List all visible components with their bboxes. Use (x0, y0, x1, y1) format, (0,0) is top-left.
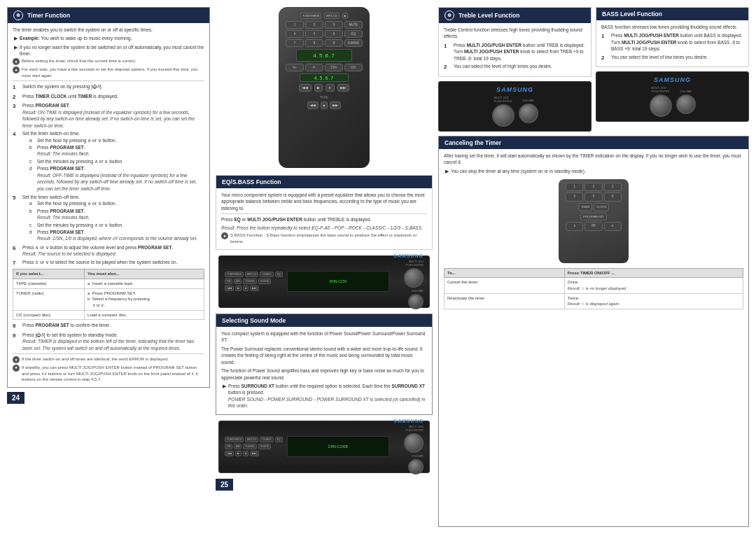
divider2 (13, 353, 204, 354)
timer-note1: ● Before setting the timer, check that t… (13, 58, 204, 65)
remote-btn-7: 7 (286, 39, 304, 47)
cancel-h2: Press TIMER ON/OFF ... (564, 268, 743, 278)
s-btn-tun: TUNING (243, 279, 256, 284)
sound-mode-note: ▶ Press SURROUND XT button until the req… (221, 383, 427, 409)
remote-btn-next: ▶▶| (337, 84, 349, 92)
eq-note: ● S.BASS Function : S.Bass function emph… (221, 232, 427, 244)
s-btn-mp3cd2: MP3-CD (245, 437, 258, 442)
remote-btn-prev: |◀◀ (299, 84, 311, 92)
samsung-logo2: SAMSUNG (393, 419, 424, 423)
s-btn-snd2: SOUND (258, 444, 272, 449)
bass-half: BASS Level Function BASS function stress… (596, 7, 749, 132)
bass-section: BASS Level Function BASS function stress… (596, 7, 749, 67)
eq-bass-header: EQ/S.BASS Function (216, 176, 432, 188)
cancel-row-1: Cancel the timer Once.Result: ○ is no lo… (444, 278, 743, 293)
canceling-table: To... Press TIMER ON/OFF ... Cancel the … (444, 268, 743, 309)
srem-btn-4: 4 (566, 192, 583, 202)
multijog-knob-treble (492, 104, 514, 127)
treble-intro: Treble Control function stresses high to… (444, 27, 586, 40)
remote-btn-mp3: MP3-CD (324, 13, 339, 19)
remote-btn-eq: EQ (344, 30, 363, 38)
timer-example: ▶ Example: You wish to wake up to music … (13, 35, 204, 42)
samsung-volume: VOLUME (412, 289, 424, 293)
canceling-section: Canceling the Timer After having set the… (438, 136, 749, 527)
remote-btn-mute: MUTE (344, 21, 363, 29)
s-btn-prev2: |◀◀ (225, 286, 234, 291)
page-num-right: 25 (216, 479, 233, 491)
volume-knob-treble (519, 104, 538, 123)
bass-step2-text: You can select the level of low tones yo… (611, 54, 743, 62)
remote-btn-1: 1 (286, 21, 304, 29)
eq-bass-section: EQ/S.BASS Function Your micro component … (216, 175, 433, 250)
remote-btn-s-bass: S.BASS (344, 39, 363, 47)
main-page: ⊕ Timer Function The timer enables you t… (0, 0, 756, 534)
srem-btn-2: 2 (584, 183, 602, 192)
canceling-title: Canceling the Timer (444, 139, 501, 146)
eq-bass-content: Your micro component system is equipped … (216, 188, 432, 249)
step-4: 4 Set the timer switch-on time. aSet the… (13, 130, 204, 192)
s-btn-am2: AM (234, 444, 241, 449)
timer-note3-text: If the timer switch-on and off times are… (22, 356, 169, 363)
samsung-logo: SAMSUNG (393, 253, 424, 258)
samsung-unit-bass: SAMSUNG MULTI JOGPUSH ENTER VOLUME (596, 71, 749, 122)
s-btn-prev3: |◀◀ (225, 451, 234, 456)
timer-table: If you select... You must also... TAPE (… (13, 269, 204, 320)
remote-btn-tuner: TUNER/MEM (300, 13, 321, 19)
timer-intro: The timer enables you to switch the syst… (13, 27, 204, 33)
s-btn-tun2: TUNING (243, 444, 256, 449)
samsung-unit-treble: SAMSUNG MULTI JOGPUSH ENTER VOLUME (438, 81, 592, 132)
sound-mode-section: Selecting Sound Mode Your compact system… (216, 314, 433, 415)
timer-icon: ⊕ (13, 10, 23, 20)
s-btn-next3: ▶▶| (250, 451, 259, 456)
treble-section: ⊕ Treble Level Function Treble Control f… (438, 7, 592, 77)
bass-intro: BASS function stresses low tones providi… (601, 24, 743, 30)
timer-arrow1-text: If you no longer want the system to be s… (20, 44, 204, 57)
s-btn-stop2: ■ (243, 286, 248, 291)
srem-btn-up: ∧ (566, 222, 583, 231)
sound-mode-title: Selecting Sound Mode (222, 317, 286, 324)
remote-btn-ch-dn: CH- (344, 64, 363, 71)
remote-btn-4: 4 (286, 30, 304, 38)
example-text: You wish to wake up to music every morni… (41, 36, 132, 41)
treble-header: ⊕ Treble Level Function (439, 8, 591, 23)
eq-bass-title: EQ/S.BASS Function (222, 178, 281, 185)
mid-column: TUNER/MEM MP3-CD ■ 1 2 3 MUTE 4 5 6 EQ 7… (216, 7, 433, 527)
remote-btn-rew: ◀◀ (307, 101, 318, 109)
timer-arrow1: ▶ If you no longer want the system to be… (13, 44, 204, 57)
treble-step-1: 1 Press MULTI JOG/PUSH ENTER button unti… (444, 42, 586, 62)
bass-content: BASS function stresses low tones providi… (596, 20, 748, 66)
remote-btn-8: 8 (305, 39, 323, 47)
s-btn-tuner2: TUNER/MCD (225, 437, 244, 442)
s-btn-eq3: EQ (275, 437, 283, 442)
volume-knob2 (408, 459, 424, 475)
remote-btn-3: 3 (325, 21, 343, 29)
table-row: TAPE (cassette) a Insert a cassette tape… (13, 279, 204, 289)
remote-screen: 4.5.6.7 (296, 49, 352, 62)
srem-btn-6: 6 (604, 192, 622, 202)
divider1 (13, 80, 204, 81)
sound-mode-desc2: The function of Power Sound amplifies ba… (221, 367, 427, 381)
eq-note-text: S.BASS Function : S.Bass function emphas… (230, 232, 427, 244)
bass-step-1: 1 Press MULTI JOG/PUSH ENTER button unti… (601, 32, 743, 52)
treble-content: Treble Control function stresses high to… (439, 23, 591, 76)
timer-section: ⊕ Timer Function The timer enables you t… (7, 7, 210, 388)
remote-btn-power: ■ (342, 13, 348, 19)
canceling-intro: After having set the timer, it will star… (444, 153, 743, 166)
samsung-multijog: MULTI JOGPUSH ENTER (405, 260, 424, 267)
canceling-note: ▶ You can stop the timer at any time (sy… (444, 168, 743, 175)
timer-content: The timer enables you to switch the syst… (8, 23, 209, 387)
table-h1: If you select... (13, 269, 85, 279)
remote-btn-voldn: V- (305, 64, 323, 71)
s-btn-play2: ▶ (235, 286, 241, 291)
treble-title: Treble Level Function (458, 12, 519, 19)
treble-icon: ⊕ (444, 10, 454, 20)
s-btn-mp3cd: MP3-CD (245, 272, 258, 277)
canceling-header: Canceling the Timer (439, 136, 748, 149)
srem-btn-1: 1 (566, 183, 583, 192)
timer-note3: ● If the timer switch-on and off times a… (13, 356, 204, 363)
table-row: CD (compact disc) Load a compact disc. (13, 310, 204, 320)
s-btn-snd: SOUND (258, 279, 272, 284)
cancel-row-2: Reactivate the timer Twice.Result: ○ is … (444, 293, 743, 309)
sound-mode-header: Selecting Sound Mode (216, 314, 432, 327)
volume-label-treble: VOLUME (522, 99, 534, 102)
